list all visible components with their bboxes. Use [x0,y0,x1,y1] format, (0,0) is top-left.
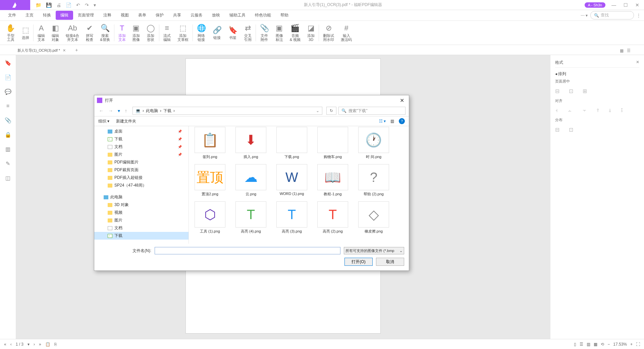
breadcrumb-item[interactable]: 此电脑 [146,108,158,114]
file-item-12[interactable]: T高亮 (3).png [275,201,308,235]
file-item-5[interactable]: 置顶置顶2.png [194,163,226,197]
view-mode-icon[interactable]: ☷ ▾ [379,119,386,123]
tree-label: 文档 [114,144,122,150]
folder-icon [108,184,112,188]
tree-label: SP24（47-48周） [114,183,147,188]
file-list[interactable]: 📋签到.png⬇插入.png下载.png购物车.png🕐时 间.png置顶置顶2… [189,126,409,244]
tree-item-8[interactable]: 此电脑 [94,193,189,201]
open-button[interactable]: 打开(O) [344,258,373,266]
tree-label: 文档 [114,225,122,231]
file-item-13[interactable]: T高亮 (2).png [316,201,349,235]
file-name: 置顶2.png [194,192,226,197]
pin-icon: 📌 [178,130,182,133]
file-thumbnail [317,127,348,153]
file-thumbnail: T [276,201,307,228]
filename-label: 文件名(N): [132,248,151,254]
tree-item-11[interactable]: 图片 [94,216,189,224]
nav-recent-icon[interactable]: ▾ [116,107,121,114]
file-item-4[interactable]: 🕐时 间.png [357,126,390,160]
file-name: 高亮 (2).png [317,229,348,234]
tree-label: 桌面 [114,129,122,134]
download-icon [108,137,112,141]
file-thumbnail: T [317,201,348,228]
filename-input[interactable] [155,247,340,254]
dialog-search[interactable]: 🔍 搜索"下载" [338,107,406,115]
open-dialog: 打开 ✕ ← → ▾ ↑ 💻 › 此电脑 › 下载 › ⌄ ↻ 🔍 搜索"下载" [94,95,409,271]
file-item-2[interactable]: 下载.png [275,126,308,160]
tree-item-4[interactable]: PDF编辑图片 [94,158,189,166]
tree-label: PDF裁剪页面 [114,167,139,173]
tree-label: 图片 [114,217,122,223]
folder-icon [108,168,112,172]
tree-item-5[interactable]: PDF裁剪页面 [94,166,189,174]
tree-item-1[interactable]: 下载📌 [94,135,189,143]
tree-item-10[interactable]: 视频 [94,209,189,216]
tree-item-2[interactable]: 文档📌 [94,143,189,151]
nav-up-icon[interactable]: ↑ [123,107,128,114]
folder-icon [108,203,112,207]
file-item-10[interactable]: ⬡工具 (1).png [194,201,226,235]
new-folder-button[interactable]: 新建文件夹 [116,118,136,124]
tree-item-6[interactable]: PDF插入超链接 [94,174,189,182]
file-thumbnail: 📋 [195,127,225,153]
file-thumbnail: W [276,164,307,190]
tree-item-0[interactable]: 桌面📌 [94,128,189,135]
breadcrumb-item[interactable]: 下载 [163,108,171,114]
tree-label: 3D 对象 [114,202,129,208]
file-thumbnail: ◇ [358,201,389,228]
pc-icon [104,195,108,199]
file-item-0[interactable]: 📋签到.png [194,126,226,160]
tree-item-3[interactable]: 图片📌 [94,151,189,158]
folder-icon [108,153,112,157]
dialog-titlebar: 打开 ✕ [94,95,409,105]
dialog-close-icon[interactable]: ✕ [398,97,406,104]
file-name: 教程-1.png [317,192,348,197]
folder-icon [108,160,112,164]
file-name: 云.png [235,192,267,197]
download-icon [108,234,112,238]
folder-tree[interactable]: 桌面📌下载📌文档📌图片📌PDF编辑图片PDF裁剪页面PDF插入超链接SP24（4… [94,126,189,244]
organize-menu[interactable]: 组织 ▾ [98,118,109,124]
file-item-14[interactable]: ◇橡皮擦.png [357,201,390,235]
dialog-nav: ← → ▾ ↑ 💻 › 此电脑 › 下载 › ⌄ ↻ 🔍 搜索"下载" [94,105,409,116]
breadcrumb[interactable]: 💻 › 此电脑 › 下载 › ⌄ [132,107,322,115]
preview-pane-icon[interactable]: ▥ [390,119,394,123]
tree-item-9[interactable]: 3D 对象 [94,201,189,209]
file-thumbnail: ⬡ [195,201,225,228]
dialog-toolbar: 组织 ▾ 新建文件夹 ☷ ▾ ▥ ? [94,116,409,126]
file-item-3[interactable]: 购物车.png [316,126,349,160]
search-placeholder: 搜索"下载" [348,108,368,114]
desktop-icon [108,130,112,134]
file-item-11[interactable]: T高亮 (4).png [234,201,267,235]
pin-icon: 📌 [178,137,182,141]
file-name: 插入.png [235,154,267,159]
file-thumbnail: 置顶 [195,164,225,190]
file-item-8[interactable]: 📖教程-1.png [316,163,349,197]
doc-icon [108,226,112,230]
file-thumbnail: ⬇ [235,127,266,153]
file-item-1[interactable]: ⬇插入.png [234,126,267,160]
file-item-6[interactable]: ☁云.png [234,163,267,197]
dialog-footer: 文件名(N): 所有可支持的图像文件 (*.bmp⌄ [94,244,409,258]
tree-label: PDF编辑图片 [114,159,139,165]
file-thumbnail: 🕐 [358,127,389,153]
nav-forward-icon[interactable]: → [107,107,114,114]
tree-item-7[interactable]: SP24（47-48周） [94,182,189,189]
file-thumbnail: ? [358,164,389,190]
pin-icon: 📌 [178,145,182,149]
file-item-7[interactable]: WWORD (1).png [275,163,308,197]
file-name: WORD (1).png [276,192,308,196]
tree-label: 此电脑 [110,194,122,200]
file-item-9[interactable]: ?帮助 (2).png [357,163,390,197]
folder-icon [108,176,112,180]
tree-label: 图片 [114,152,122,157]
tree-item-13[interactable]: 下载 [94,232,189,240]
dialog-title: 打开 [105,98,113,103]
help-icon[interactable]: ? [399,118,405,124]
breadcrumb-expand-icon[interactable]: ⌄ [316,108,319,113]
filetype-select[interactable]: 所有可支持的图像文件 (*.bmp⌄ [344,247,404,254]
tree-item-12[interactable]: 文档 [94,224,189,232]
refresh-button[interactable]: ↻ [326,107,336,115]
nav-back-icon[interactable]: ← [98,107,105,114]
cancel-button[interactable]: 取消 [376,258,404,266]
